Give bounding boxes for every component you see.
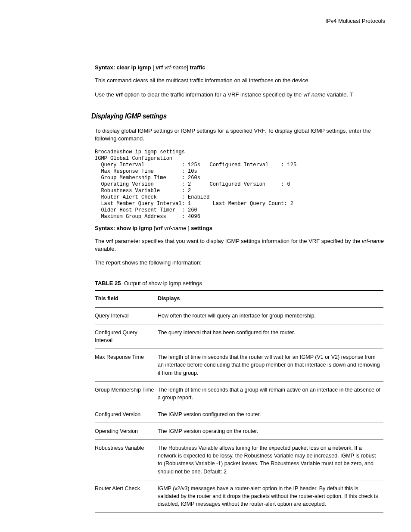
body-text: variable. (95, 246, 116, 252)
body-text: Use the (95, 91, 115, 98)
table-cell: The length of time in seconds that the r… (158, 349, 383, 381)
syntax-text: Syntax: show ip igmp (95, 225, 153, 231)
syntax-text: [ (151, 64, 156, 71)
body-text: vrf-name (362, 238, 384, 244)
body-text: This command clears all the multicast tr… (26, 77, 385, 84)
body-text: option to clear the traffic information … (123, 91, 303, 98)
body-text: Use the vrf option to clear the traffic … (26, 91, 385, 99)
syntax-text: ] (186, 225, 191, 231)
table-row: Group Membership TimeThe length of time … (95, 381, 383, 406)
table-row: Configured Query IntervalThe query inter… (95, 324, 383, 349)
body-text: The report shows the following informati… (26, 259, 385, 267)
syntax-text: vrf (156, 225, 163, 231)
table-cell: Configured Query Interval (95, 324, 158, 349)
body-text: parameter specifies that you want to dis… (113, 238, 362, 244)
table-cell: Query Interval (95, 307, 158, 324)
syntax-text: vrf-name (165, 64, 187, 71)
syntax-text: settings (191, 225, 212, 231)
table-row: Operating VersionThe IGMP version operat… (95, 423, 383, 440)
table-cell: How often the router will query an inter… (158, 307, 383, 324)
syntax-text: [ (153, 225, 156, 231)
table-label: TABLE 25 (95, 280, 121, 286)
table-cell: Group Membership Time (95, 381, 158, 406)
code-block: Brocade#show ip igmp settings IGMP Globa… (26, 149, 385, 220)
table-cell: Operating Version (95, 423, 158, 440)
table-row: Max Response TimeThe length of time in s… (95, 349, 383, 381)
table-cell: The query interval that has been configu… (158, 324, 383, 349)
table-cell: Max Response Time (95, 349, 158, 381)
body-text: vrf (106, 238, 113, 244)
syntax-clear-ip-igmp: Syntax: clear ip igmp [ vrf vrf-name] tr… (26, 64, 385, 72)
body-text: vrf-name (303, 91, 325, 98)
table-cell: Configured Version (95, 406, 158, 423)
table-header: This field (95, 290, 158, 307)
table-cell: IGMP (v2/v3) messages have a router-aler… (158, 480, 383, 512)
table-cell: The IGMP version operating on the router… (158, 423, 383, 440)
table-cell: Robustness Variable (95, 440, 158, 480)
syntax-show-ip-igmp: Syntax: show ip igmp [vrf vrf-name ] set… (26, 224, 385, 232)
table-caption: TABLE 25 Output of show ip igmp settings (26, 280, 385, 287)
table-cell: The Robustness Variable allows tuning fo… (158, 440, 383, 480)
table-row: Router Alert CheckIGMP (v2/v3) messages … (95, 480, 383, 512)
body-text: The vrf parameter specifies that you wan… (26, 237, 385, 253)
table-header-row: This field Displays (95, 290, 383, 307)
table-cell: Router Alert Check (95, 480, 158, 512)
syntax-text: vrf (156, 64, 163, 71)
syntax-text: vrf-name (164, 225, 186, 231)
syntax-text: Syntax: clear ip igmp (95, 64, 151, 71)
table-header: Displays (158, 290, 383, 307)
table-row: Query IntervalHow often the router will … (95, 307, 383, 324)
body-text: The (95, 238, 106, 244)
table-row: Configured VersionThe IGMP version confi… (95, 406, 383, 423)
body-text: vrf (115, 91, 123, 98)
output-table: This field Displays Query IntervalHow of… (95, 290, 383, 513)
table-cell: The length of time in seconds that a gro… (158, 381, 383, 406)
table-cell: The IGMP version configured on the route… (158, 406, 383, 423)
table-title: Output of show ip igmp settings (124, 280, 202, 286)
body-text: variable. T (325, 91, 353, 98)
table-row: Robustness VariableThe Robustness Variab… (95, 440, 383, 480)
section-heading: Displaying IGMP settings (26, 112, 367, 121)
body-text: To display global IGMP settings or IGMP … (26, 127, 385, 143)
page-header: IPv4 Multicast Protocols (26, 17, 385, 25)
syntax-text: traffic (190, 64, 205, 71)
